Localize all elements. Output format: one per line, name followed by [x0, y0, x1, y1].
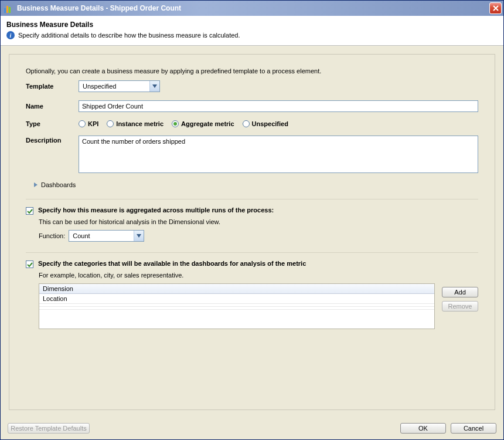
function-label: Function:	[39, 232, 65, 239]
radio-dot	[107, 120, 114, 127]
dimension-buttons: Add Remove	[442, 283, 478, 329]
titlebar: Business Measure Details - Shipped Order…	[1, 1, 503, 16]
check-icon	[27, 208, 33, 214]
footer: Restore Template Defaults OK Cancel	[1, 418, 503, 439]
cancel-button[interactable]: Cancel	[451, 423, 496, 434]
expander-label: Dashboards	[41, 181, 76, 188]
radio-dot	[243, 120, 250, 127]
function-select[interactable]: Count	[69, 230, 144, 242]
radio-label: KPI	[88, 120, 98, 127]
name-input[interactable]	[79, 100, 478, 112]
chevron-down-icon	[152, 84, 157, 88]
info-icon: i	[6, 31, 15, 39]
description-wrap	[79, 136, 478, 173]
app-icon	[4, 4, 13, 13]
check-icon	[27, 262, 33, 268]
page-subtitle: i Specify additional details to describe…	[6, 31, 498, 39]
radio-label: Aggregate metric	[181, 120, 234, 127]
radio-unspecified[interactable]: Unspecified	[243, 120, 288, 127]
name-row: Name	[26, 100, 478, 112]
categories-check-line: Specify the categories that will be avai…	[26, 260, 478, 268]
template-select[interactable]: Unspecified	[79, 80, 160, 92]
separator	[26, 199, 478, 199]
close-icon	[493, 5, 499, 11]
categories-label: Specify the categories that will be avai…	[38, 260, 306, 267]
aggregate-check-line: Specify how this measure is aggregated a…	[26, 207, 478, 215]
aggregate-hint: This can be used for historical analysis…	[39, 218, 478, 225]
radio-dot	[79, 120, 86, 127]
dialog-window: Business Measure Details - Shipped Order…	[0, 0, 504, 440]
chevron-down-icon	[137, 234, 141, 238]
dimension-area: Dimension Location Add Remove	[39, 283, 478, 329]
description-row: Description	[26, 136, 478, 173]
description-textarea[interactable]	[79, 136, 478, 173]
form-panel: Optionally, you can create a business me…	[9, 54, 495, 410]
ok-button[interactable]: OK	[400, 423, 446, 434]
categories-checkbox[interactable]	[26, 260, 33, 268]
page-subtitle-text: Specify additional details to describe h…	[18, 32, 240, 39]
restore-defaults-button: Restore Template Defaults	[8, 423, 90, 434]
aggregate-checkbox[interactable]	[26, 207, 33, 215]
close-button[interactable]	[489, 2, 502, 14]
type-row: Type KPI Instance metric Aggregate metri…	[26, 120, 478, 127]
page-title: Business Measure Details	[6, 21, 498, 29]
expand-icon	[34, 182, 38, 187]
dimension-header: Dimension	[39, 284, 434, 294]
function-row: Function: Count	[39, 230, 478, 242]
intro-text: Optionally, you can create a business me…	[26, 67, 478, 75]
table-row[interactable]	[39, 307, 434, 310]
radio-kpi[interactable]: KPI	[79, 120, 98, 127]
template-value: Unspecified	[79, 81, 149, 92]
categories-hint: For example, location, city, or sales re…	[39, 272, 478, 279]
description-label: Description	[26, 136, 79, 144]
table-row[interactable]: Location	[39, 294, 434, 304]
name-label: Name	[26, 103, 79, 110]
aggregate-label: Specify how this measure is aggregated a…	[38, 207, 274, 214]
radio-label: Unspecified	[252, 120, 288, 127]
header-band: Business Measure Details i Specify addit…	[1, 16, 503, 46]
template-label: Template	[26, 83, 79, 90]
radio-dot	[172, 120, 179, 127]
radio-aggregate-metric[interactable]: Aggregate metric	[172, 120, 234, 127]
template-dropdown-button[interactable]	[149, 81, 159, 92]
function-value: Count	[69, 231, 134, 241]
separator	[26, 252, 478, 253]
radio-instance-metric[interactable]: Instance metric	[107, 120, 164, 127]
add-button[interactable]: Add	[442, 287, 478, 297]
function-dropdown-button[interactable]	[134, 231, 144, 241]
dimension-table[interactable]: Dimension Location	[39, 283, 435, 329]
remove-button: Remove	[442, 301, 478, 312]
content-area: Optionally, you can create a business me…	[1, 46, 503, 418]
dashboards-expander[interactable]: Dashboards	[34, 181, 478, 188]
type-radio-group: KPI Instance metric Aggregate metric Uns…	[79, 120, 288, 127]
type-label: Type	[26, 120, 79, 127]
radio-label: Instance metric	[116, 120, 164, 127]
window-title: Business Measure Details - Shipped Order…	[17, 4, 489, 12]
template-row: Template Unspecified	[26, 80, 478, 92]
